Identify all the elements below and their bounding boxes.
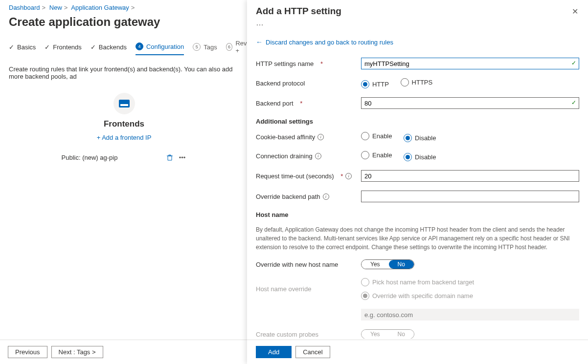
blade-more-icon[interactable]: … bbox=[256, 19, 341, 27]
label-override-hostname: Override with new host name bbox=[256, 261, 361, 268]
previous-button[interactable]: Previous bbox=[8, 346, 47, 358]
close-icon[interactable]: ✕ bbox=[571, 6, 579, 17]
discard-link[interactable]: ← Discard changes and go back to routing… bbox=[256, 38, 393, 46]
pick-from-backend-radio: Pick host name from backend target bbox=[361, 278, 474, 286]
label-override-path: Override backend pathi bbox=[256, 193, 361, 200]
step-configuration[interactable]: 4Configuration bbox=[136, 43, 184, 55]
http-settings-name-input[interactable] bbox=[361, 58, 579, 69]
discard-label: Discard changes and go back to routing r… bbox=[266, 39, 393, 46]
override-yes[interactable]: Yes bbox=[362, 260, 389, 269]
breadcrumb: Dashboard> New> Application Gateway> bbox=[9, 4, 239, 11]
frontends-title: Frontends bbox=[61, 119, 188, 129]
label-custom-probes: Create custom probes bbox=[256, 331, 361, 338]
step-tags[interactable]: 5Tags bbox=[193, 43, 217, 55]
step-label: Frontends bbox=[53, 43, 82, 51]
probes-no: No bbox=[389, 330, 414, 339]
cancel-button[interactable]: Cancel bbox=[295, 346, 330, 358]
override-no[interactable]: No bbox=[389, 260, 414, 269]
label-protocol: Backend protocol bbox=[256, 80, 361, 87]
label-drain: Connection drainingi bbox=[256, 152, 361, 160]
override-path-input[interactable] bbox=[361, 191, 579, 202]
label-hostname-override-mode: Host name override bbox=[256, 285, 361, 293]
label-port: Backend port * bbox=[256, 100, 361, 107]
cookie-disable-radio[interactable]: Disable bbox=[404, 134, 436, 142]
step-number-icon: 4 bbox=[136, 43, 143, 50]
step-number-icon: 6 bbox=[226, 43, 233, 51]
drain-enable-radio[interactable]: Enable bbox=[361, 151, 392, 159]
add-frontend-ip-link[interactable]: + Add a frontend IP bbox=[97, 134, 152, 141]
drain-disable-radio[interactable]: Disable bbox=[404, 153, 436, 161]
info-icon[interactable]: i bbox=[317, 134, 324, 140]
blade-title: Add a HTTP setting bbox=[256, 6, 341, 17]
more-icon[interactable]: ••• bbox=[178, 153, 187, 162]
info-icon[interactable]: i bbox=[323, 193, 329, 200]
cookie-enable-radio[interactable]: Enable bbox=[361, 132, 392, 140]
step-label: Tags bbox=[204, 43, 217, 51]
check-icon: ✓ bbox=[90, 43, 96, 51]
protocol-https-radio[interactable]: HTTPS bbox=[401, 78, 433, 86]
delete-icon[interactable] bbox=[165, 153, 174, 162]
label-cookie: Cookie-based affinityi bbox=[256, 133, 361, 141]
helper-text: Create routing rules that link your fron… bbox=[9, 65, 239, 80]
specific-domain-radio: Override with specific domain name bbox=[361, 292, 473, 300]
backend-port-input[interactable] bbox=[361, 97, 579, 109]
protocol-http-radio[interactable]: HTTP bbox=[361, 80, 389, 88]
valid-check-icon: ✓ bbox=[571, 60, 576, 66]
hostname-description: By default, Application Gateway does not… bbox=[256, 225, 579, 252]
page-title: Create application gateway bbox=[9, 15, 239, 29]
wizard-footer: Previous Next : Tags > bbox=[0, 340, 247, 364]
http-setting-blade: Add a HTTP setting … ✕ ← Discard changes… bbox=[247, 0, 588, 364]
check-icon: ✓ bbox=[45, 43, 50, 51]
frontends-card: Frontends + Add a frontend IP Public: (n… bbox=[61, 93, 188, 164]
next-button[interactable]: Next : Tags > bbox=[51, 346, 103, 358]
timeout-input[interactable] bbox=[361, 170, 579, 182]
main-content: Dashboard> New> Application Gateway> Cre… bbox=[0, 0, 247, 364]
blade-footer: Add Cancel bbox=[247, 340, 588, 364]
step-label: Basics bbox=[17, 43, 36, 51]
check-icon: ✓ bbox=[9, 43, 14, 51]
step-backends[interactable]: ✓Backends bbox=[90, 43, 127, 55]
step-number-icon: 5 bbox=[193, 43, 201, 51]
step-basics[interactable]: ✓Basics bbox=[9, 43, 36, 55]
step-label: Configuration bbox=[146, 43, 184, 50]
frontend-item-label: Public: (new) ag-pip bbox=[62, 154, 118, 161]
step-frontends[interactable]: ✓Frontends bbox=[45, 43, 82, 55]
step-label: Backends bbox=[99, 43, 127, 51]
override-hostname-toggle[interactable]: Yes No bbox=[361, 259, 414, 269]
breadcrumb-dashboard[interactable]: Dashboard bbox=[9, 4, 40, 11]
section-additional: Additional settings bbox=[256, 118, 579, 125]
section-hostname: Host name bbox=[256, 211, 579, 218]
breadcrumb-new[interactable]: New bbox=[49, 4, 62, 11]
valid-check-icon: ✓ bbox=[571, 99, 576, 106]
arrow-left-icon: ← bbox=[256, 38, 263, 46]
probes-yes: Yes bbox=[362, 330, 389, 339]
custom-probes-toggle: Yes No bbox=[361, 329, 414, 339]
label-timeout: Request time-out (seconds) *i bbox=[256, 172, 361, 180]
breadcrumb-app-gateway[interactable]: Application Gateway bbox=[71, 4, 129, 11]
add-button[interactable]: Add bbox=[256, 346, 292, 358]
info-icon[interactable]: i bbox=[315, 153, 321, 159]
info-icon[interactable]: i bbox=[345, 173, 352, 179]
frontends-icon bbox=[113, 93, 135, 114]
frontend-item-row: Public: (new) ag-pip ••• bbox=[61, 151, 188, 164]
wizard-steps: ✓Basics ✓Frontends ✓Backends 4Configurat… bbox=[9, 40, 239, 59]
label-http-name: HTTP settings name * bbox=[256, 60, 361, 67]
specific-hostname-input bbox=[361, 309, 579, 321]
